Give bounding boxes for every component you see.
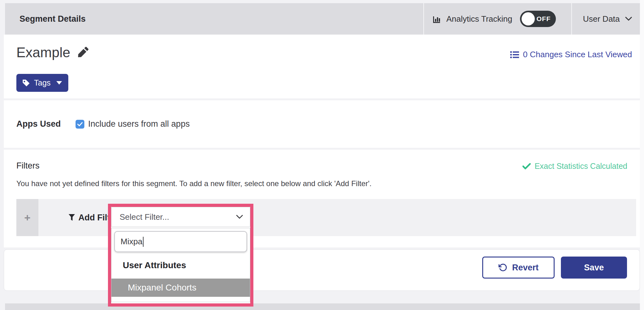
- page-title: Segment Details: [20, 14, 86, 24]
- next-section-bar: [5, 303, 640, 310]
- revert-button-label: Revert: [512, 263, 539, 273]
- top-bar: Segment Details Analytics Tracking OFF U…: [5, 3, 640, 35]
- tags-button-label: Tags: [34, 78, 51, 87]
- filter-select-control[interactable]: Select Filter...: [111, 207, 250, 227]
- chevron-down-icon: [236, 215, 243, 219]
- apps-used-section: Apps Used Include users from all apps: [4, 100, 640, 148]
- option-mixpanel-cohorts[interactable]: Mixpanel Cohorts: [111, 279, 250, 297]
- filters-title: Filters: [16, 161, 40, 171]
- apps-used-row: Apps Used Include users from all apps: [16, 100, 190, 148]
- text-cursor: [143, 237, 144, 247]
- tags-button[interactable]: Tags: [16, 74, 68, 92]
- exact-statistics-status: Exact Statistics Calculated: [523, 162, 627, 171]
- apps-used-label: Apps Used: [16, 119, 76, 129]
- check-icon: [523, 163, 531, 169]
- revert-button[interactable]: Revert: [482, 257, 555, 279]
- list-icon: [510, 51, 519, 59]
- exact-statistics-label: Exact Statistics Calculated: [534, 162, 627, 171]
- filter-dropdown-panel: Mixpa User Attributes Mixpanel Cohorts: [111, 228, 250, 302]
- filter-select-highlight-box: Select Filter... Mixpa User Attributes M…: [108, 204, 253, 307]
- analytics-tracking-label: Analytics Tracking: [446, 14, 512, 24]
- analytics-tracking-toggle[interactable]: OFF: [520, 11, 556, 27]
- page-right-edge: [640, 0, 644, 310]
- filters-section: Filters Exact Statistics Calculated You …: [4, 150, 640, 247]
- segment-details-page: Segment Details Analytics Tracking OFF U…: [0, 0, 644, 310]
- include-all-apps-checkbox[interactable]: [76, 120, 84, 129]
- include-all-apps-label: Include users from all apps: [88, 119, 190, 129]
- add-filter-plus-button[interactable]: +: [16, 199, 38, 236]
- user-data-label: User Data: [583, 14, 620, 24]
- revert-rotate-icon: [498, 263, 507, 272]
- filter-select-value: Select Filter...: [120, 212, 169, 222]
- analytics-tracking-control: Analytics Tracking OFF: [432, 3, 556, 35]
- option-group-label: User Attributes: [123, 260, 186, 270]
- toggle-state-label: OFF: [537, 15, 551, 23]
- filter-search-input[interactable]: Mixpa: [114, 231, 247, 252]
- footer-buttons: Revert Save: [482, 257, 627, 279]
- tag-icon: [22, 79, 30, 87]
- caret-down-icon: [56, 81, 62, 85]
- save-button[interactable]: Save: [561, 257, 627, 279]
- footer-actions-section: Revert Save: [4, 249, 640, 291]
- filter-search-value: Mixpa: [121, 237, 142, 246]
- changes-link-label: 0 Changes Since Last Viewed: [523, 50, 632, 59]
- topbar-divider: [423, 3, 424, 35]
- chevron-down-icon: [625, 16, 632, 21]
- changes-since-last-viewed-link[interactable]: 0 Changes Since Last Viewed: [510, 50, 632, 59]
- bar-chart-icon: [432, 14, 442, 24]
- filters-description: You have not yet defined filters for thi…: [16, 179, 371, 188]
- segment-header-section: Example Tags: [4, 35, 640, 98]
- topbar-divider: [571, 3, 572, 35]
- segment-name-row: Example: [16, 45, 88, 60]
- toggle-knob[interactable]: [522, 12, 535, 25]
- funnel-icon: [68, 214, 75, 221]
- check-icon: [77, 122, 83, 126]
- user-data-dropdown[interactable]: User Data: [583, 3, 632, 35]
- segment-name: Example: [16, 45, 70, 60]
- option-label: Mixpanel Cohorts: [128, 283, 196, 293]
- edit-pencil-icon[interactable]: [77, 47, 88, 58]
- save-button-label: Save: [584, 263, 604, 273]
- plus-icon: +: [24, 212, 31, 223]
